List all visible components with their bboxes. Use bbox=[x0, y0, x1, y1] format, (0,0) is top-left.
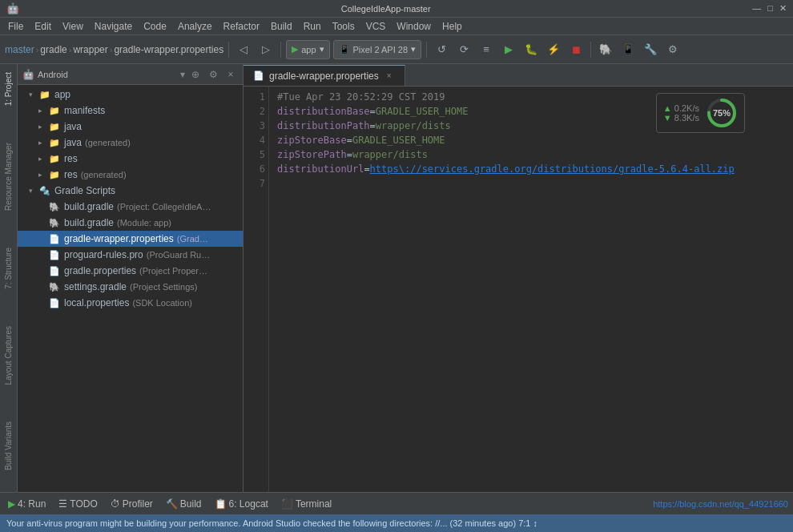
tree-item-build-gradle-app[interactable]: ▸ 🐘 build.gradle (Module: app) bbox=[18, 215, 243, 231]
run-btn[interactable]: ▶ bbox=[499, 40, 518, 59]
menu-bar: File Edit View Navigate Code Analyze Ref… bbox=[0, 18, 793, 35]
run-config-dropdown[interactable]: ▶ app ▾ bbox=[286, 40, 329, 59]
device-dropdown[interactable]: 📱 Pixel 2 API 28 ▾ bbox=[333, 40, 422, 59]
build-gradle-app-label: build.gradle bbox=[64, 217, 114, 228]
menu-window[interactable]: Window bbox=[392, 19, 436, 34]
tree-item-res[interactable]: ▸ 📁 res bbox=[18, 151, 243, 167]
window-controls[interactable]: — □ ✕ bbox=[752, 3, 787, 14]
refresh-btn[interactable]: ↺ bbox=[432, 40, 451, 59]
build-btn[interactable]: 🔨 Build bbox=[163, 497, 205, 511]
line-num-6: 6 bbox=[244, 162, 265, 176]
tree-item-res-gen[interactable]: ▸ 📁 res (generated) bbox=[18, 167, 243, 183]
line-numbers: 1 2 3 4 5 6 7 bbox=[244, 87, 269, 492]
manifests-label: manifests bbox=[64, 105, 105, 116]
menu-tools[interactable]: Tools bbox=[328, 19, 360, 34]
profile-btn[interactable]: ⚡ bbox=[544, 40, 563, 59]
back-btn[interactable]: ◁ bbox=[234, 40, 253, 59]
tree-item-proguard[interactable]: ▸ 📄 proguard-rules.pro (ProGuard Ru… bbox=[18, 247, 243, 263]
arrow-res: ▸ bbox=[38, 155, 48, 163]
menu-analyze[interactable]: Analyze bbox=[173, 19, 217, 34]
code-url-6[interactable]: https\://services.gradle.org/distributio… bbox=[370, 162, 735, 176]
tree-item-java[interactable]: ▸ 📁 java bbox=[18, 119, 243, 135]
menu-vcs[interactable]: VCS bbox=[361, 19, 391, 34]
structure-tab[interactable]: 7: Structure bbox=[2, 243, 14, 294]
cpu-percent-label: 75% bbox=[713, 108, 731, 118]
project-tab[interactable]: 1: Project bbox=[2, 67, 14, 111]
tab-prop-icon: 📄 bbox=[253, 71, 264, 81]
download-value: 8.3K/s bbox=[674, 113, 699, 123]
tree-item-gradle-scripts[interactable]: ▾ 🔩 Gradle Scripts bbox=[18, 183, 243, 199]
tree-item-settings-gradle[interactable]: ▸ 🐘 settings.gradle (Project Settings) bbox=[18, 279, 243, 295]
menu-help[interactable]: Help bbox=[437, 19, 467, 34]
gear-icon[interactable]: ⚙ bbox=[206, 67, 220, 82]
app-folder-icon: 📁 bbox=[38, 88, 51, 101]
tree-item-local-props[interactable]: ▸ 📄 local.properties (SDK Location) bbox=[18, 295, 243, 311]
project-panel: 🤖 Android ▾ ⊕ ⚙ × ▾ 📁 app ▸ 📁 manifests … bbox=[18, 64, 244, 492]
breadcrumb-file[interactable]: gradle-wrapper.properties bbox=[114, 44, 223, 55]
run-label: 4: Run bbox=[18, 498, 46, 510]
resource-manager-tab[interactable]: Resource Manager bbox=[2, 138, 14, 216]
todo-btn[interactable]: ☰ TODO bbox=[55, 497, 100, 511]
editor-tab-gradle-wrapper[interactable]: 📄 gradle-wrapper.properties × bbox=[244, 65, 405, 86]
up-arrow: ▲ bbox=[663, 103, 674, 113]
arrow-java: ▸ bbox=[38, 123, 48, 131]
toolbar: master › gradle › wrapper › gradle-wrapp… bbox=[0, 35, 793, 64]
breadcrumb-gradle[interactable]: gradle bbox=[40, 44, 66, 55]
proguard-sub: (ProGuard Ru… bbox=[147, 250, 210, 260]
menu-code[interactable]: Code bbox=[139, 19, 171, 34]
proguard-icon: 📄 bbox=[48, 248, 61, 261]
csdn-url[interactable]: https://blog.csdn.net/qq_44921660 bbox=[653, 499, 788, 509]
gradle-sync-btn[interactable]: 🐘 bbox=[596, 40, 615, 59]
code-eq-6: = bbox=[364, 162, 369, 176]
menu-file[interactable]: File bbox=[3, 19, 28, 34]
tree-item-java-gen[interactable]: ▸ 📁 java (generated) bbox=[18, 135, 243, 151]
line-num-3: 3 bbox=[244, 119, 265, 133]
add-btn[interactable]: ⊕ bbox=[188, 67, 203, 82]
terminal-btn[interactable]: ⬛ Terminal bbox=[278, 497, 335, 511]
logcat-btn[interactable]: 📋 6: Logcat bbox=[211, 497, 272, 511]
forward-btn[interactable]: ▷ bbox=[256, 40, 276, 59]
avd-btn[interactable]: 📱 bbox=[618, 40, 638, 59]
maximize-btn[interactable]: □ bbox=[767, 3, 773, 14]
java-gen-sub: (generated) bbox=[85, 138, 131, 147]
breadcrumb-wrapper[interactable]: wrapper bbox=[73, 44, 107, 55]
minimize-btn[interactable]: — bbox=[752, 3, 761, 14]
menu-edit[interactable]: Edit bbox=[30, 19, 56, 34]
debug-btn[interactable]: 🐛 bbox=[521, 40, 541, 59]
reload-btn[interactable]: ⟳ bbox=[454, 40, 473, 59]
run-icon: ▶ bbox=[8, 498, 15, 510]
gradle-wrapper-sub: (Grad… bbox=[177, 234, 208, 244]
upload-value: 0.2K/s bbox=[674, 103, 699, 113]
settings-gradle-icon: 🐘 bbox=[48, 280, 61, 293]
tree-item-app[interactable]: ▾ 📁 app bbox=[18, 87, 243, 103]
code-editor[interactable]: #Tue Apr 23 20:52:29 CST 2019 distributi… bbox=[269, 87, 793, 492]
gradle-wrapper-label: gradle-wrapper.properties bbox=[64, 233, 174, 244]
breadcrumb-sep2: › bbox=[69, 45, 72, 54]
build-variants-tab[interactable]: Build Variants bbox=[2, 417, 14, 475]
stop-btn[interactable]: ◼ bbox=[566, 40, 586, 59]
close-btn[interactable]: ✕ bbox=[779, 3, 787, 14]
tree-item-build-gradle-proj[interactable]: ▸ 🐘 build.gradle (Project: CollegeIdleA… bbox=[18, 199, 243, 215]
tree-item-manifests[interactable]: ▸ 📁 manifests bbox=[18, 103, 243, 119]
sdk-btn[interactable]: 🔧 bbox=[641, 40, 660, 59]
tree-item-gradle-wrapper[interactable]: ▸ 📄 gradle-wrapper.properties (Grad… bbox=[18, 231, 243, 247]
menu-refactor[interactable]: Refactor bbox=[219, 19, 264, 34]
run-config-chevron: ▾ bbox=[320, 44, 324, 54]
captures-tab[interactable]: Layout Captures bbox=[2, 321, 14, 389]
breadcrumb-sep1: › bbox=[36, 45, 39, 54]
menu-run[interactable]: Run bbox=[299, 19, 326, 34]
terminal-icon: ⬛ bbox=[281, 498, 293, 510]
breadcrumb-project[interactable]: master bbox=[5, 44, 34, 55]
app-title: CollegeIdleApp-master bbox=[341, 4, 431, 14]
close-panel-btn[interactable]: × bbox=[223, 67, 238, 82]
menu-build[interactable]: Build bbox=[266, 19, 297, 34]
tab-close-btn[interactable]: × bbox=[384, 71, 395, 82]
tree-item-gradle-props[interactable]: ▸ 📄 gradle.properties (Project Proper… bbox=[18, 263, 243, 279]
profiler-btn[interactable]: ⏱ Profiler bbox=[107, 497, 156, 511]
run-bottom-btn[interactable]: ▶ 4: Run bbox=[5, 497, 49, 511]
menu-view[interactable]: View bbox=[58, 19, 88, 34]
toolbar-sep2 bbox=[280, 42, 281, 58]
sync-btn[interactable]: ≡ bbox=[477, 40, 496, 59]
menu-navigate[interactable]: Navigate bbox=[90, 19, 137, 34]
settings-btn[interactable]: ⚙ bbox=[663, 40, 682, 59]
